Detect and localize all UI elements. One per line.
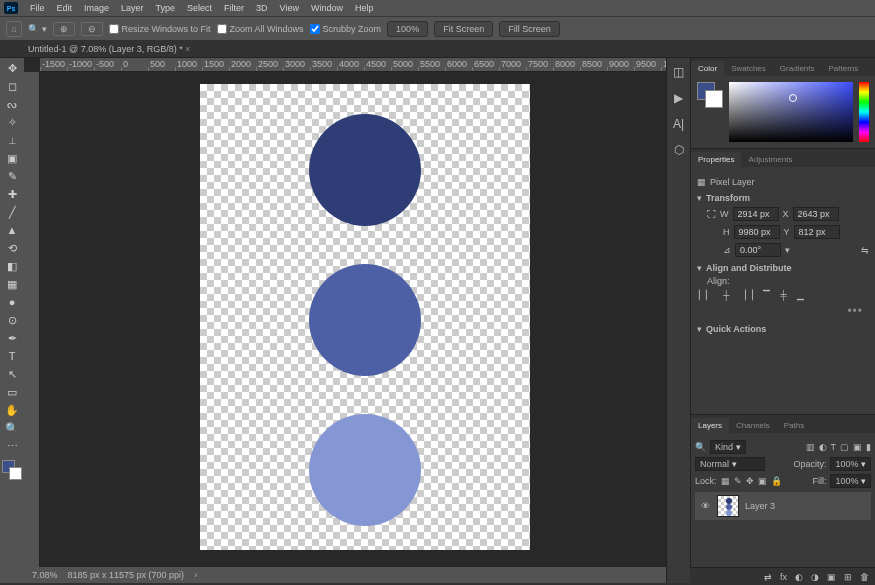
- collapse-icon[interactable]: ▾: [697, 263, 702, 273]
- menu-file[interactable]: File: [24, 1, 51, 15]
- kind-select[interactable]: Kind ▾: [710, 440, 746, 454]
- scrubby-zoom-checkbox[interactable]: Scrubby Zoom: [310, 24, 382, 34]
- filter-adj-icon[interactable]: ◐: [819, 442, 827, 452]
- hand-tool[interactable]: ✋: [3, 402, 21, 418]
- blur-tool[interactable]: ●: [3, 294, 21, 310]
- color-swatches[interactable]: [2, 460, 22, 480]
- filter-shape-icon[interactable]: ▢: [840, 442, 849, 452]
- align-bottom-icon[interactable]: ▁: [797, 290, 804, 300]
- trash-icon[interactable]: 🗑: [860, 572, 869, 582]
- collapse-icon[interactable]: ▾: [697, 324, 702, 334]
- move-tool[interactable]: ✥: [3, 60, 21, 76]
- layer-thumbnail[interactable]: [717, 495, 739, 517]
- zoom-out-icon[interactable]: ⊖: [81, 22, 103, 36]
- y-input[interactable]: 812 px: [794, 225, 840, 239]
- brush-tool[interactable]: ╱: [3, 204, 21, 220]
- lock-trans-icon[interactable]: ▦: [721, 476, 730, 486]
- menu-image[interactable]: Image: [78, 1, 115, 15]
- menu-type[interactable]: Type: [150, 1, 182, 15]
- link-layers-icon[interactable]: ⇄: [764, 572, 772, 582]
- align-vcenter-icon[interactable]: ╪: [780, 290, 786, 300]
- link-wh-icon[interactable]: ⛶: [707, 209, 716, 219]
- x-input[interactable]: 2643 px: [793, 207, 839, 221]
- layer-row[interactable]: 👁 Layer 3: [695, 492, 871, 520]
- tab-swatches[interactable]: Swatches: [724, 61, 773, 76]
- artboard[interactable]: [200, 84, 530, 550]
- menu-filter[interactable]: Filter: [218, 1, 250, 15]
- menu-select[interactable]: Select: [181, 1, 218, 15]
- type-tool[interactable]: T: [3, 348, 21, 364]
- pen-tool[interactable]: ✒: [3, 330, 21, 346]
- gradient-tool[interactable]: ▦: [3, 276, 21, 292]
- menu-3d[interactable]: 3D: [250, 1, 274, 15]
- status-doc[interactable]: 8185 px x 11575 px (700 ppi): [68, 570, 185, 580]
- stamp-tool[interactable]: ▲: [3, 222, 21, 238]
- filter-pixel-icon[interactable]: ▥: [806, 442, 815, 452]
- angle-input[interactable]: 0.00°: [735, 243, 781, 257]
- height-input[interactable]: 9980 px: [734, 225, 780, 239]
- align-left-icon[interactable]: ▏▏: [699, 290, 713, 300]
- align-right-icon[interactable]: ▕▕: [739, 290, 753, 300]
- home-button[interactable]: ⌂: [6, 21, 22, 37]
- wand-tool[interactable]: ✧: [3, 114, 21, 130]
- zoom-in-icon[interactable]: ⊕: [53, 22, 75, 36]
- more-options-icon[interactable]: •••: [697, 304, 869, 318]
- visibility-icon[interactable]: 👁: [699, 501, 711, 511]
- play-panel-icon[interactable]: ▶: [671, 90, 687, 106]
- tab-adjustments[interactable]: Adjustments: [741, 152, 799, 167]
- edit-toolbar[interactable]: ⋯: [3, 438, 21, 454]
- status-zoom[interactable]: 7.08%: [32, 570, 58, 580]
- filter-icon[interactable]: 🔍: [695, 442, 706, 452]
- tab-patterns[interactable]: Patterns: [822, 61, 866, 76]
- zoom-tool-icon[interactable]: 🔍 ▾: [28, 24, 47, 34]
- lock-nest-icon[interactable]: ▣: [758, 476, 767, 486]
- align-top-icon[interactable]: ▔: [763, 290, 770, 300]
- align-hcenter-icon[interactable]: ┼: [723, 290, 729, 300]
- zoom-tool[interactable]: 🔍: [3, 420, 21, 436]
- zoom-all-checkbox[interactable]: Zoom All Windows: [217, 24, 304, 34]
- tab-channels[interactable]: Channels: [729, 418, 777, 433]
- blend-mode-select[interactable]: Normal ▾: [695, 457, 765, 471]
- resize-windows-checkbox[interactable]: Resize Windows to Fit: [109, 24, 211, 34]
- eyedropper-tool[interactable]: ✎: [3, 168, 21, 184]
- menu-window[interactable]: Window: [305, 1, 349, 15]
- tab-color[interactable]: Color: [691, 61, 724, 76]
- status-caret-icon[interactable]: ›: [194, 570, 197, 580]
- collapse-icon[interactable]: ▾: [697, 193, 702, 203]
- menu-edit[interactable]: Edit: [51, 1, 79, 15]
- glyphs-panel-icon[interactable]: A|: [671, 116, 687, 132]
- opacity-input[interactable]: 100% ▾: [830, 457, 871, 471]
- history-brush-tool[interactable]: ⟲: [3, 240, 21, 256]
- fill-input[interactable]: 100% ▾: [830, 474, 871, 488]
- menu-help[interactable]: Help: [349, 1, 380, 15]
- lock-pos-icon[interactable]: ✥: [746, 476, 754, 486]
- hue-slider[interactable]: [859, 82, 869, 142]
- dodge-tool[interactable]: ⊙: [3, 312, 21, 328]
- fit-screen-button[interactable]: Fit Screen: [434, 21, 493, 37]
- menu-layer[interactable]: Layer: [115, 1, 150, 15]
- frame-tool[interactable]: ▣: [3, 150, 21, 166]
- group-icon[interactable]: ▣: [827, 572, 836, 582]
- lock-paint-icon[interactable]: ✎: [734, 476, 742, 486]
- crop-tool[interactable]: ⟂: [3, 132, 21, 148]
- fill-screen-button[interactable]: Fill Screen: [499, 21, 560, 37]
- path-tool[interactable]: ↖: [3, 366, 21, 382]
- close-tab-icon[interactable]: ×: [185, 44, 190, 54]
- mask-icon[interactable]: ◐: [795, 572, 803, 582]
- angle-caret-icon[interactable]: ▾: [785, 245, 790, 255]
- filter-type-icon[interactable]: T: [831, 442, 837, 452]
- filter-toggle[interactable]: ▮: [866, 442, 871, 452]
- healing-tool[interactable]: ✚: [3, 186, 21, 202]
- menu-view[interactable]: View: [274, 1, 305, 15]
- marquee-tool[interactable]: ◻: [3, 78, 21, 94]
- new-layer-icon[interactable]: ⊞: [844, 572, 852, 582]
- tab-gradients[interactable]: Gradients: [773, 61, 822, 76]
- canvas-area[interactable]: 7.08% 8185 px x 11575 px (700 ppi) ›: [24, 58, 666, 583]
- tab-layers[interactable]: Layers: [691, 418, 729, 433]
- fx-icon[interactable]: fx: [780, 572, 787, 582]
- lock-all-icon[interactable]: 🔒: [771, 476, 782, 486]
- document-tab[interactable]: Untitled-1 @ 7.08% (Layer 3, RGB/8) * ×: [20, 41, 198, 57]
- panel-fgbg-swatch[interactable]: [697, 82, 723, 108]
- adjustment-icon[interactable]: ◑: [811, 572, 819, 582]
- 3d-panel-icon[interactable]: ⬡: [671, 142, 687, 158]
